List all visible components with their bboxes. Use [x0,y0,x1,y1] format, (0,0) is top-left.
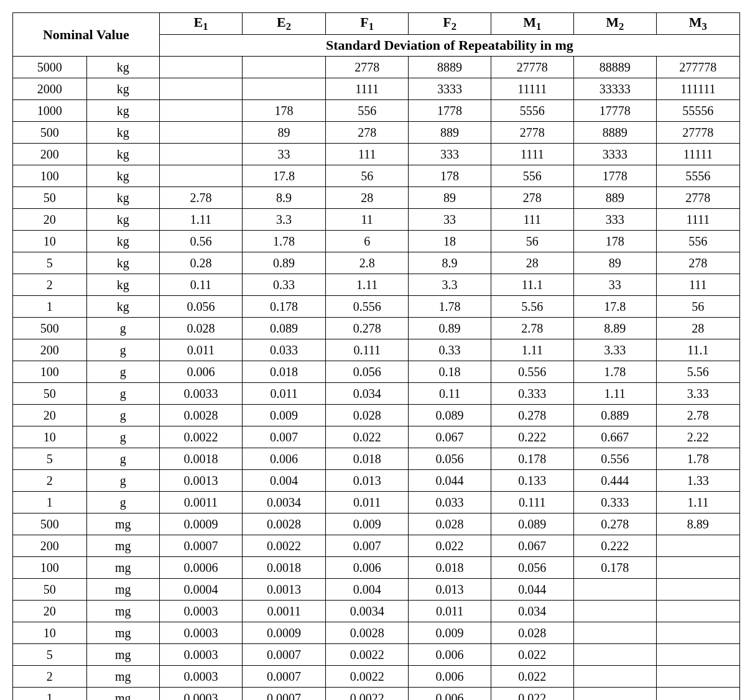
data-cell [573,666,656,688]
table-row: 500kg892788892778888927778 [13,122,740,144]
subheader: Standard Deviation of Repeatability in m… [159,35,739,57]
data-cell: 0.278 [325,318,409,339]
data-cell: 88889 [573,57,656,78]
data-cell: 278 [491,187,573,209]
data-cell: 0.007 [325,535,409,557]
data-cell: 0.33 [409,339,491,361]
nominal-value-cell: 1 [13,688,87,700]
data-cell [573,579,656,601]
data-cell: 0.006 [409,688,491,700]
data-cell: 89 [243,122,326,144]
table-row: 5000kg277888892777888889277778 [13,57,740,78]
data-cell: 1.33 [656,470,739,492]
data-cell: 0.022 [491,644,573,666]
data-cell: 0.006 [409,644,491,666]
data-cell: 0.056 [325,361,409,383]
nominal-unit-cell: mg [86,535,159,557]
data-cell: 89 [573,252,656,274]
nominal-value-cell: 100 [13,557,87,579]
nominal-unit-cell: kg [86,296,159,318]
data-cell: 0.067 [491,535,573,557]
nominal-unit-cell: g [86,339,159,361]
table-row: 5kg0.280.892.88.92889278 [13,252,740,274]
nominal-value-cell: 5 [13,448,87,470]
nominal-value-cell: 2 [13,666,87,688]
data-cell: 178 [243,100,326,122]
table-row: 100kg17.85617855617785556 [13,165,740,187]
data-cell: 0.022 [491,666,573,688]
data-cell: 5556 [656,165,739,187]
nominal-value-cell: 2000 [13,78,87,100]
data-cell: 278 [325,122,409,144]
data-cell: 17.8 [573,296,656,318]
nominal-unit-cell: mg [86,688,159,700]
nominal-unit-cell: mg [86,622,159,644]
data-cell: 1.11 [573,383,656,405]
nominal-value-cell: 1 [13,492,87,513]
data-cell: 27778 [656,122,739,144]
nominal-unit-cell: kg [86,209,159,231]
data-cell: 278 [656,252,739,274]
table-row: 2kg0.110.331.113.311.133111 [13,274,740,296]
data-cell: 33 [573,274,656,296]
data-cell: 0.111 [325,339,409,361]
data-cell: 0.333 [491,383,573,405]
data-cell: 0.056 [159,296,243,318]
class-header-f2: F2 [409,13,491,35]
data-cell: 8.89 [573,318,656,339]
data-cell: 0.056 [491,557,573,579]
data-cell: 0.0003 [159,644,243,666]
data-cell: 5556 [491,100,573,122]
data-cell: 0.11 [159,274,243,296]
data-cell: 27778 [491,57,573,78]
nominal-value-cell: 200 [13,339,87,361]
nominal-unit-cell: kg [86,231,159,252]
table-row: 1kg0.0560.1780.5561.785.5617.856 [13,296,740,318]
data-cell: 333 [409,144,491,165]
data-cell: 0.0006 [159,557,243,579]
data-cell: 0.006 [159,361,243,383]
data-cell [159,57,243,78]
table-row: 5mg0.00030.00070.00220.0060.022 [13,644,740,666]
nominal-unit-cell: kg [86,274,159,296]
data-cell: 3.3 [409,274,491,296]
data-cell: 1.11 [656,492,739,513]
nominal-unit-cell: g [86,470,159,492]
data-cell: 3.33 [656,383,739,405]
nominal-unit-cell: kg [86,187,159,209]
data-cell: 17.8 [243,165,326,187]
nominal-unit-cell: g [86,426,159,448]
data-cell: 556 [325,100,409,122]
class-header-e2: E2 [243,13,326,35]
nominal-unit-cell: kg [86,78,159,100]
data-cell: 0.0011 [159,492,243,513]
data-cell: 56 [656,296,739,318]
data-cell: 3.33 [573,339,656,361]
data-cell: 5.56 [656,361,739,383]
nominal-value-cell: 1000 [13,100,87,122]
class-header-m3: M3 [656,13,739,35]
data-cell: 0.0022 [159,426,243,448]
repeatability-table: Nominal Value E1 E2 F1 F2 M1 M2 M3 [12,12,740,700]
data-cell: 0.006 [325,557,409,579]
data-cell: 6 [325,231,409,252]
class-base: F [360,14,368,30]
data-cell [656,644,739,666]
data-cell: 33 [243,144,326,165]
table-row: 500mg0.00090.00280.0090.0280.0890.2788.8… [13,513,740,535]
data-cell: 0.0013 [243,579,326,601]
data-cell: 0.0028 [243,513,326,535]
nominal-unit-cell: kg [86,100,159,122]
data-cell [573,601,656,622]
table-row: 2mg0.00030.00070.00220.0060.022 [13,666,740,688]
data-cell: 11111 [656,144,739,165]
data-cell: 2.78 [159,187,243,209]
data-cell: 0.0003 [159,622,243,644]
data-cell: 178 [409,165,491,187]
data-cell: 0.222 [573,535,656,557]
data-cell [159,78,243,100]
class-sub: 1 [369,21,374,32]
data-cell: 0.022 [325,426,409,448]
data-cell: 11111 [491,78,573,100]
data-cell: 0.028 [325,405,409,426]
